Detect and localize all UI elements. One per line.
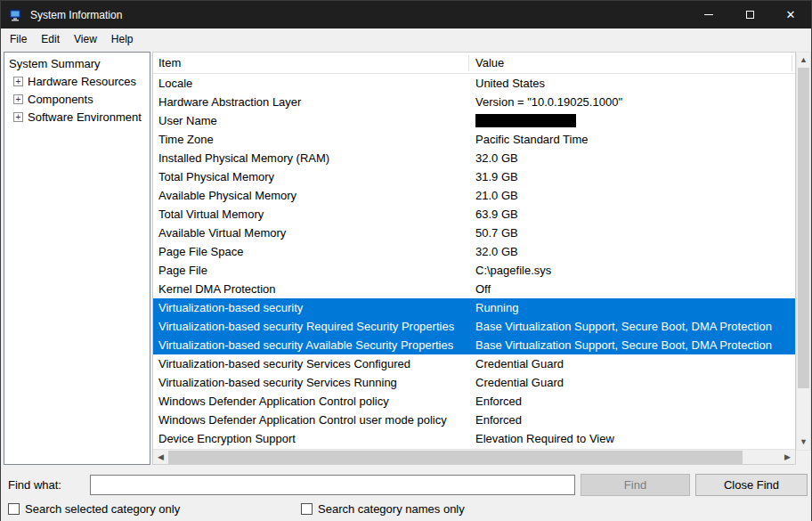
table-row[interactable]: Device Encryption SupportElevation Requi…: [153, 429, 795, 448]
value-cell: Pacific Standard Time: [475, 130, 793, 149]
column-divider[interactable]: [468, 55, 469, 71]
maximize-icon: [746, 11, 754, 19]
value-cell: United States: [475, 74, 793, 93]
menu-file[interactable]: File: [3, 29, 34, 49]
expand-icon[interactable]: +: [13, 112, 23, 122]
value-cell: Base Virtualization Support, Secure Boot…: [475, 317, 793, 336]
maximize-button[interactable]: [729, 1, 770, 28]
table-row[interactable]: Virtualization-based security Available …: [153, 336, 795, 354]
column-divider[interactable]: [792, 55, 792, 71]
table-row[interactable]: Time ZonePacific Standard Time: [153, 130, 795, 149]
item-cell: Virtualization-based security Services R…: [158, 373, 468, 392]
tree-item-system-summary[interactable]: System Summary: [4, 55, 150, 72]
item-cell: Hardware Abstraction Layer: [158, 93, 468, 111]
table-row[interactable]: Total Virtual Memory63.9 GB: [153, 205, 795, 224]
item-cell: Virtualization-based security: [158, 298, 468, 317]
tree-item-software-environment[interactable]: +Software Environment: [4, 108, 150, 126]
column-header-value[interactable]: Value: [475, 53, 504, 74]
item-cell: Kernel DMA Protection: [158, 280, 468, 298]
item-cell: Virtualization-based security Available …: [158, 336, 468, 354]
search-selected-category-checkbox[interactable]: [8, 503, 20, 515]
menu-edit[interactable]: Edit: [34, 29, 67, 49]
tree-item-label: Hardware Resources: [28, 75, 136, 88]
close-find-button[interactable]: Close Find: [695, 474, 808, 496]
item-cell: Windows Defender Application Control pol…: [158, 392, 468, 411]
item-cell: Windows Defender Application Control use…: [158, 411, 468, 429]
list-rows: LocaleUnited StatesHardware Abstraction …: [153, 74, 795, 448]
close-icon: ✕: [786, 9, 796, 20]
find-input[interactable]: [90, 475, 575, 495]
item-cell: Virtualization-based security Services C…: [158, 354, 468, 373]
details-list-pane: Item Value LocaleUnited StatesHardware A…: [152, 52, 796, 465]
value-cell: 31.9 GB: [475, 167, 793, 186]
category-tree-pane: System Summary +Hardware Resources+Compo…: [4, 52, 150, 465]
value-cell: [475, 111, 793, 130]
item-cell: Available Physical Memory: [158, 186, 468, 205]
table-row[interactable]: Virtualization-based security Services R…: [153, 373, 795, 392]
find-button[interactable]: Find: [581, 474, 690, 496]
table-row[interactable]: Windows Defender Application Control pol…: [153, 392, 795, 411]
list-header: Item Value: [153, 53, 795, 74]
table-row[interactable]: Installed Physical Memory (RAM)32.0 GB: [153, 149, 795, 167]
value-cell: Off: [475, 280, 793, 298]
find-what-label: Find what:: [8, 478, 61, 492]
tree-item-label: Components: [28, 93, 93, 106]
tree-item-components[interactable]: +Components: [4, 90, 150, 108]
value-cell: Enforced: [475, 411, 793, 429]
tree-children: +Hardware Resources+Components+Software …: [4, 72, 150, 126]
vertical-scrollbar[interactable]: ▲ ▼: [796, 52, 811, 451]
item-cell: Virtualization-based security Required S…: [158, 317, 468, 336]
find-bar: Find what: Find Close Find Search select…: [1, 471, 811, 521]
table-row[interactable]: Windows Defender Application Control use…: [153, 411, 795, 429]
value-cell: Running: [475, 298, 793, 317]
titlebar: System Information ✕: [1, 1, 811, 28]
menubar: FileEditViewHelp: [1, 28, 811, 49]
item-cell: Page File Space: [158, 242, 468, 261]
expand-icon[interactable]: +: [13, 77, 23, 86]
table-row[interactable]: Virtualization-based securityRunning: [153, 298, 795, 317]
table-row[interactable]: LocaleUnited States: [153, 74, 795, 93]
column-header-item[interactable]: Item: [158, 53, 181, 74]
expand-icon[interactable]: +: [13, 94, 23, 104]
horizontal-scrollbar[interactable]: ◀ ▶: [153, 449, 795, 464]
table-row[interactable]: Available Physical Memory21.0 GB: [153, 186, 795, 205]
value-cell: 32.0 GB: [475, 149, 793, 167]
table-row[interactable]: Total Physical Memory31.9 GB: [153, 167, 795, 186]
menu-help[interactable]: Help: [104, 29, 141, 49]
system-information-window: System Information ✕ FileEditViewHelp Sy…: [0, 0, 812, 521]
scroll-down-icon[interactable]: ▼: [797, 435, 810, 450]
vertical-scroll-thumb[interactable]: [798, 68, 809, 388]
item-cell: Time Zone: [158, 130, 468, 149]
value-cell: 21.0 GB: [475, 186, 793, 205]
value-cell: Version = "10.0.19025.1000": [475, 93, 793, 111]
horizontal-scroll-thumb[interactable]: [168, 451, 743, 464]
close-button[interactable]: ✕: [770, 1, 811, 28]
table-row[interactable]: User Name: [153, 111, 795, 130]
search-category-names-checkbox[interactable]: [301, 503, 313, 515]
scroll-right-icon[interactable]: ▶: [780, 450, 795, 465]
item-cell: Device Encryption Support: [158, 429, 468, 448]
value-cell: Enforced: [475, 392, 793, 411]
value-cell: 32.0 GB: [475, 242, 793, 261]
item-cell: Total Virtual Memory: [158, 205, 468, 224]
value-cell: C:\pagefile.sys: [475, 261, 793, 280]
value-cell: Credential Guard: [475, 354, 793, 373]
tree-item-label: Software Environment: [28, 110, 142, 124]
app-icon: [9, 8, 23, 22]
table-row[interactable]: Virtualization-based security Services C…: [153, 354, 795, 373]
table-row[interactable]: Kernel DMA ProtectionOff: [153, 280, 795, 298]
table-row[interactable]: Available Virtual Memory50.7 GB: [153, 224, 795, 242]
table-row[interactable]: Page FileC:\pagefile.sys: [153, 261, 795, 280]
tree-item-hardware-resources[interactable]: +Hardware Resources: [4, 72, 150, 90]
scroll-up-icon[interactable]: ▲: [797, 53, 810, 68]
minimize-button[interactable]: [688, 1, 729, 28]
menu-view[interactable]: View: [67, 29, 104, 49]
scroll-left-icon[interactable]: ◀: [153, 450, 168, 465]
value-cell: Elevation Required to View: [475, 429, 793, 448]
minimize-icon: [704, 14, 713, 15]
redacted-value: [475, 114, 576, 127]
table-row[interactable]: Page File Space32.0 GB: [153, 242, 795, 261]
value-cell: 50.7 GB: [475, 224, 793, 242]
table-row[interactable]: Hardware Abstraction LayerVersion = "10.…: [153, 93, 795, 111]
table-row[interactable]: Virtualization-based security Required S…: [153, 317, 795, 336]
